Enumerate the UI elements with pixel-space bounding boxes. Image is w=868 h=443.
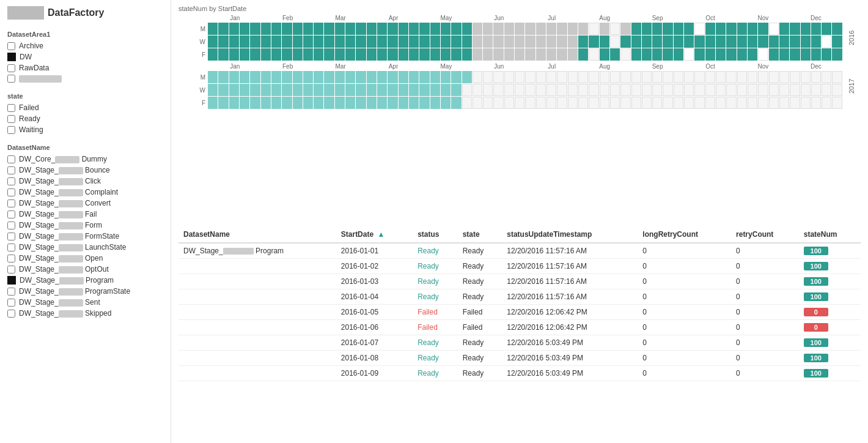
heatmap-cell[interactable] bbox=[282, 71, 292, 83]
heatmap-cell[interactable] bbox=[694, 84, 704, 96]
heatmap-cell[interactable] bbox=[652, 48, 662, 61]
heatmap-cell[interactable] bbox=[208, 35, 218, 48]
heatmap-cell[interactable] bbox=[345, 23, 355, 35]
heatmap-cell[interactable] bbox=[208, 23, 218, 35]
filter-dn-optout[interactable]: DW_Stage_ OptOut bbox=[7, 265, 163, 274]
heatmap-cell[interactable] bbox=[473, 23, 482, 35]
heatmap-cell[interactable] bbox=[822, 71, 831, 83]
heatmap-cell[interactable] bbox=[694, 97, 704, 109]
heatmap-cell[interactable] bbox=[790, 71, 800, 83]
heatmap-cell[interactable] bbox=[694, 35, 704, 48]
heatmap-cell[interactable] bbox=[557, 97, 567, 109]
heatmap-cell[interactable] bbox=[250, 23, 260, 35]
heatmap-cell[interactable] bbox=[271, 48, 281, 61]
heatmap-cell[interactable] bbox=[737, 71, 747, 83]
heatmap-cell[interactable] bbox=[345, 97, 355, 109]
heatmap-cell[interactable] bbox=[801, 35, 811, 48]
heatmap-cell[interactable] bbox=[483, 23, 493, 35]
checkbox-waiting[interactable] bbox=[7, 126, 15, 134]
heatmap-cell[interactable] bbox=[377, 48, 387, 61]
filter-dn-program[interactable]: DW_Stage_ Program bbox=[7, 276, 163, 285]
heatmap-cell[interactable] bbox=[705, 84, 715, 96]
heatmap-cell[interactable] bbox=[367, 35, 377, 48]
heatmap-cell[interactable] bbox=[303, 71, 313, 83]
heatmap-cell[interactable] bbox=[663, 35, 672, 48]
heatmap-cell[interactable] bbox=[790, 97, 800, 109]
heatmap-cell[interactable] bbox=[832, 48, 842, 61]
heatmap-cell[interactable] bbox=[705, 23, 715, 35]
heatmap-cell[interactable] bbox=[335, 35, 345, 48]
heatmap-cell[interactable] bbox=[726, 23, 736, 35]
heatmap-cell[interactable] bbox=[779, 48, 789, 61]
heatmap-cell[interactable] bbox=[504, 23, 514, 35]
heatmap-cell[interactable] bbox=[631, 35, 641, 48]
heatmap-cell[interactable] bbox=[515, 97, 524, 109]
heatmap-cell[interactable] bbox=[218, 71, 228, 83]
heatmap-cell[interactable] bbox=[483, 97, 493, 109]
heatmap-cell[interactable] bbox=[473, 84, 482, 96]
filter-ready[interactable]: Ready bbox=[7, 114, 163, 123]
heatmap-cell[interactable] bbox=[589, 48, 598, 61]
heatmap-cell[interactable] bbox=[600, 71, 609, 83]
heatmap-cell[interactable] bbox=[229, 23, 239, 35]
heatmap-cell[interactable] bbox=[367, 48, 377, 61]
heatmap-cell[interactable] bbox=[240, 35, 249, 48]
heatmap-cell[interactable] bbox=[822, 48, 831, 61]
checkbox-blurred[interactable] bbox=[7, 75, 15, 83]
heatmap-cell[interactable] bbox=[631, 84, 641, 96]
heatmap-cell[interactable] bbox=[250, 35, 260, 48]
heatmap-cell[interactable] bbox=[737, 23, 747, 35]
heatmap-cell[interactable] bbox=[261, 97, 271, 109]
heatmap-cell[interactable] bbox=[345, 71, 355, 83]
heatmap-cell[interactable] bbox=[737, 97, 747, 109]
heatmap-cell[interactable] bbox=[473, 97, 482, 109]
heatmap-cell[interactable] bbox=[642, 84, 652, 96]
heatmap-cell[interactable] bbox=[293, 35, 303, 48]
heatmap-cell[interactable] bbox=[631, 48, 641, 61]
heatmap-cell[interactable] bbox=[779, 84, 789, 96]
table-row[interactable]: 2016-01-07ReadyReady12/20/2016 5:03:49 P… bbox=[178, 335, 861, 351]
heatmap-cell[interactable] bbox=[600, 48, 609, 61]
heatmap-cell[interactable] bbox=[620, 84, 630, 96]
heatmap-cell[interactable] bbox=[610, 84, 620, 96]
heatmap-cell[interactable] bbox=[430, 48, 440, 61]
heatmap-cell[interactable] bbox=[409, 35, 419, 48]
heatmap-cell[interactable] bbox=[293, 48, 303, 61]
heatmap-cell[interactable] bbox=[504, 48, 514, 61]
heatmap-cell[interactable] bbox=[356, 71, 366, 83]
heatmap-cell[interactable] bbox=[684, 84, 694, 96]
heatmap-cell[interactable] bbox=[631, 71, 641, 83]
heatmap-cell[interactable] bbox=[652, 35, 662, 48]
heatmap-cell[interactable] bbox=[610, 48, 620, 61]
heatmap-cell[interactable] bbox=[578, 35, 588, 48]
heatmap-cell[interactable] bbox=[293, 84, 303, 96]
heatmap-cell[interactable] bbox=[705, 71, 715, 83]
heatmap-cell[interactable] bbox=[525, 97, 535, 109]
heatmap-cell[interactable] bbox=[578, 23, 588, 35]
checkbox-dn-fail[interactable] bbox=[7, 210, 15, 218]
heatmap-cell[interactable] bbox=[536, 35, 546, 48]
heatmap-cell[interactable] bbox=[716, 23, 726, 35]
heatmap-cell[interactable] bbox=[261, 48, 271, 61]
heatmap-cell[interactable] bbox=[705, 48, 715, 61]
heatmap-cell[interactable] bbox=[589, 23, 598, 35]
heatmap-cell[interactable] bbox=[684, 23, 694, 35]
heatmap-cell[interactable] bbox=[631, 97, 641, 109]
heatmap-cell[interactable] bbox=[293, 97, 303, 109]
filter-dn-launchstate[interactable]: DW_Stage_ LaunchState bbox=[7, 243, 163, 251]
table-row[interactable]: 2016-01-03ReadyReady12/20/2016 11:57:16 … bbox=[178, 274, 861, 289]
heatmap-cell[interactable] bbox=[303, 23, 313, 35]
heatmap-cell[interactable] bbox=[620, 23, 630, 35]
heatmap-cell[interactable] bbox=[546, 71, 556, 83]
heatmap-cell[interactable] bbox=[409, 48, 419, 61]
heatmap-cell[interactable] bbox=[356, 23, 366, 35]
heatmap-cell[interactable] bbox=[726, 35, 736, 48]
heatmap-cell[interactable] bbox=[811, 23, 821, 35]
table-row[interactable]: DW_Stage_ Program2016-01-01ReadyReady12/… bbox=[178, 243, 861, 259]
heatmap-cell[interactable] bbox=[525, 35, 535, 48]
heatmap-cell[interactable] bbox=[716, 71, 726, 83]
heatmap-cell[interactable] bbox=[737, 84, 747, 96]
checkbox-dn-bounce[interactable] bbox=[7, 166, 15, 174]
heatmap-cell[interactable] bbox=[811, 84, 821, 96]
heatmap-cell[interactable] bbox=[451, 84, 461, 96]
